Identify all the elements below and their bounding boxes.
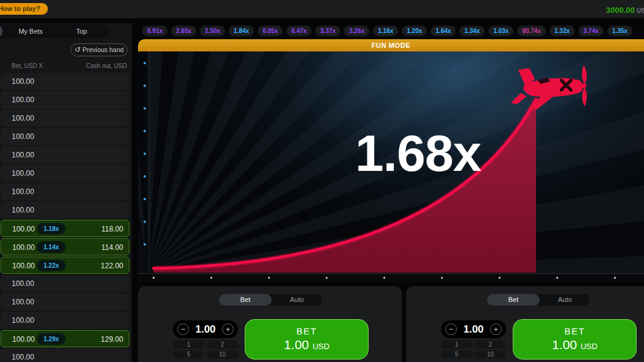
top-bar: How to play? 3000.00USD: [0, 0, 644, 18]
round-history-multiplier[interactable]: 2.50x: [200, 26, 225, 36]
bet-button-label: BET: [513, 326, 636, 336]
bet-list-row: 100.00: [1, 275, 129, 292]
bet-button[interactable]: BET 1.00 USD: [513, 319, 637, 360]
bets-list: 100.00 100.00 100.00 100.00 100.00 100.0…: [1, 73, 129, 362]
tab-my-bets[interactable]: My Bets: [11, 25, 50, 38]
bet-list-row: 100.00 1.18x 118.00: [1, 220, 129, 237]
round-history-multiplier[interactable]: 3.37x: [315, 26, 340, 36]
aviator-game-app: How to play? 3000.00USD My Bets Top ↺Pre…: [0, 0, 644, 362]
round-history-multiplier[interactable]: 1.32x: [550, 26, 575, 36]
quick-amount-1[interactable]: 1: [173, 341, 204, 349]
bet-list-row: 100.00: [1, 91, 129, 108]
round-history-multiplier[interactable]: 1.20x: [402, 26, 427, 36]
bet-list-row: 100.00: [1, 183, 129, 200]
round-history-multiplier[interactable]: 2.65x: [171, 26, 196, 36]
bet-button[interactable]: BET 1.00 USD: [245, 319, 369, 360]
balance-currency: USD: [637, 7, 644, 14]
quick-amount-1[interactable]: 1: [441, 341, 472, 349]
bet-amount: 100.00: [12, 114, 34, 123]
cashout-amount: 122.00: [101, 262, 123, 270]
bet-amount: 100.00: [12, 206, 34, 214]
x-axis-dot: [614, 277, 616, 279]
how-to-play-button[interactable]: How to play?: [0, 3, 48, 15]
x-axis-dot: [556, 277, 558, 279]
tab-bet[interactable]: Bet: [487, 294, 540, 306]
bet-amount: 100.00: [12, 298, 34, 306]
plane-icon: [511, 65, 587, 110]
tab-auto[interactable]: Auto: [540, 294, 590, 306]
y-axis-dot: [144, 221, 146, 223]
fun-mode-banner: FUN MODE: [138, 39, 644, 51]
bet-list-row: 100.00 1.14x 114.00: [1, 238, 129, 255]
bet-amount: 100.00: [12, 132, 34, 141]
round-history-multiplier[interactable]: 1.03x: [488, 26, 513, 36]
quick-amount-10[interactable]: 10: [207, 350, 238, 358]
game-board: FUN MODE: [138, 39, 644, 282]
x-axis-dot: [499, 277, 500, 279]
tab-bet[interactable]: Bet: [219, 294, 272, 306]
cashout-multiplier-badge: 1.18x: [37, 223, 66, 235]
previous-hand-button[interactable]: ↺Previous hand: [71, 43, 128, 56]
quick-amount-2[interactable]: 2: [207, 341, 238, 349]
bet-amount: 100.00: [12, 279, 34, 288]
round-history-multiplier[interactable]: 1.16x: [373, 26, 398, 36]
bet-amount: 100.00: [12, 169, 34, 178]
plot-area: 1.68x: [138, 51, 644, 282]
y-axis-dot: [144, 107, 146, 110]
bet-list-row: 100.00 1.22x 122.00: [1, 257, 129, 274]
bet-list-row: 100.00: [1, 312, 129, 329]
bet-button-amount: 1.00 USD: [245, 337, 368, 352]
bet-amount: 100.00: [12, 335, 35, 344]
bets-tabs: My Bets Top: [0, 25, 109, 38]
bet-list-row: 100.00: [1, 293, 129, 311]
round-history-multiplier[interactable]: 80.74x: [517, 26, 546, 36]
round-history-multiplier[interactable]: 1.84x: [229, 26, 254, 36]
bet-button-label: BET: [245, 326, 368, 336]
amount-stepper: − 1.00 +: [173, 320, 238, 338]
bet-list-row: 100.00: [1, 146, 129, 164]
tab-all-bets-partial[interactable]: [0, 26, 2, 37]
round-history-multiplier[interactable]: 6.47x: [286, 26, 312, 36]
cashout-amount: 129.00: [101, 335, 123, 344]
y-axis-dot: [144, 243, 146, 246]
round-history-multiplier[interactable]: 3.74x: [578, 26, 604, 36]
bet-amount: 100.00: [12, 243, 35, 252]
round-history-multiplier[interactable]: 1.64x: [431, 26, 456, 36]
column-cashout: Cash out, USD: [86, 62, 127, 69]
tab-auto[interactable]: Auto: [272, 294, 322, 306]
quick-amount-10[interactable]: 10: [475, 350, 506, 358]
bet-amount: 100.00: [12, 96, 34, 104]
amount-value[interactable]: 1.00: [189, 323, 222, 336]
round-history-multiplier[interactable]: 1.35x: [607, 26, 632, 36]
round-history-multiplier[interactable]: 1.34x: [459, 26, 485, 36]
quick-amount-2[interactable]: 2: [475, 341, 506, 349]
cashout-multiplier-badge: 1.29x: [37, 333, 66, 345]
column-bet: Bet, USD: [12, 62, 37, 69]
round-history-multiplier[interactable]: 3.26x: [344, 26, 369, 36]
round-history-multiplier[interactable]: 6.91x: [142, 26, 167, 36]
round-history-multiplier[interactable]: 6.05x: [258, 26, 283, 36]
bet-list-row: 100.00 1.29x 129.00: [1, 330, 129, 347]
bet-amount: 100.00: [12, 225, 35, 233]
quick-amount-5[interactable]: 5: [441, 350, 472, 358]
x-axis-dot: [268, 277, 270, 279]
bet-amount: 100.00: [12, 77, 34, 86]
bet-button-amount: 1.00 USD: [513, 337, 636, 352]
x-axis-dot: [153, 277, 155, 279]
bet-amount: 100.00: [12, 316, 34, 325]
y-axis-dot: [144, 130, 146, 132]
increase-amount-button[interactable]: +: [490, 323, 502, 335]
cashout-amount: 114.00: [101, 243, 123, 252]
increase-amount-button[interactable]: +: [222, 323, 234, 335]
bet-list-row: 100.00: [1, 110, 129, 127]
decrease-amount-button[interactable]: −: [445, 323, 457, 335]
bet-button-currency: USD: [313, 342, 329, 351]
decrease-amount-button[interactable]: −: [177, 323, 189, 335]
cashout-multiplier-badge: 1.22x: [37, 260, 66, 271]
bet-button-currency: USD: [581, 342, 597, 351]
amount-value[interactable]: 1.00: [457, 323, 490, 336]
tab-top[interactable]: Top: [66, 25, 97, 38]
quick-amount-5[interactable]: 5: [173, 350, 204, 358]
y-axis-dot: [144, 85, 146, 87]
x-axis-dot: [326, 277, 328, 279]
